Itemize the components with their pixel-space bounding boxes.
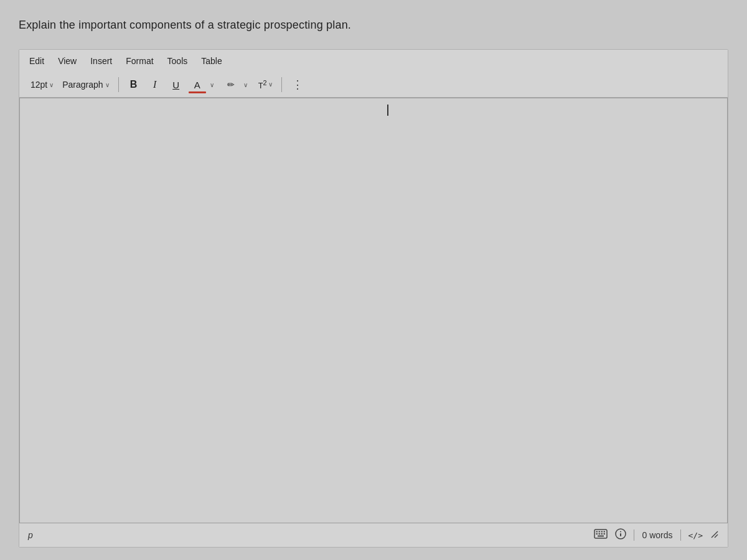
highlight-dropdown[interactable]: ∨ (243, 82, 252, 88)
svg-rect-7 (601, 533, 603, 534)
toolbar: 12pt ∨ Paragraph ∨ B I U A ∨ ✏ ∨ (19, 72, 728, 98)
more-options-icon: ⋮ (292, 78, 304, 91)
italic-button[interactable]: I (146, 76, 164, 93)
svg-rect-8 (604, 533, 606, 534)
paragraph-marker: p (28, 530, 33, 540)
editor-body[interactable] (19, 98, 728, 523)
menu-bar: Edit View Insert Format Tools Table (19, 50, 728, 72)
superscript-button[interactable]: T2 ∨ (256, 78, 275, 91)
pencil-icon: ✏ (227, 80, 235, 90)
resize-icon[interactable] (710, 530, 719, 541)
status-divider (634, 530, 634, 541)
menu-tools[interactable]: Tools (166, 55, 189, 67)
font-size-value: 12pt (31, 80, 47, 90)
menu-table[interactable]: Table (200, 55, 223, 67)
highlight-button[interactable]: ✏ (222, 76, 240, 93)
menu-edit[interactable]: Edit (28, 55, 45, 67)
menu-insert[interactable]: Insert (89, 55, 113, 67)
paragraph-chevron-icon: ∨ (105, 82, 110, 88)
font-color-chevron-icon: ∨ (210, 82, 214, 88)
superscript-label: T2 (258, 79, 267, 90)
font-color-indicator (189, 91, 206, 93)
more-options-button[interactable]: ⋮ (288, 77, 308, 93)
divider-1 (118, 77, 119, 92)
status-bar: p (19, 523, 728, 547)
code-tag-button[interactable]: </> (688, 531, 703, 540)
svg-rect-3 (601, 531, 603, 533)
svg-rect-1 (596, 531, 598, 533)
svg-rect-12 (620, 533, 621, 536)
menu-view[interactable]: View (57, 55, 78, 67)
accessibility-icon[interactable] (615, 528, 626, 542)
paragraph-style-select[interactable]: Paragraph ∨ (60, 78, 111, 91)
question-text: Explain the important components of a st… (19, 19, 728, 32)
keyboard-icon[interactable] (594, 529, 608, 541)
bold-button[interactable]: B (125, 76, 143, 93)
editor-container: Edit View Insert Format Tools Table 12pt… (19, 49, 728, 548)
text-cursor (387, 105, 388, 116)
svg-point-11 (620, 531, 621, 533)
paragraph-style-value: Paragraph (62, 80, 103, 90)
divider-2 (281, 77, 282, 92)
svg-rect-5 (596, 533, 598, 534)
font-size-select[interactable]: 12pt ∨ (28, 78, 56, 91)
svg-rect-6 (599, 533, 601, 534)
svg-rect-4 (604, 531, 606, 533)
svg-rect-2 (599, 531, 601, 533)
font-color-label: A (194, 80, 200, 90)
highlight-chevron-icon: ∨ (243, 82, 248, 88)
font-size-chevron-icon: ∨ (49, 82, 54, 88)
menu-format[interactable]: Format (125, 55, 154, 67)
status-divider-2 (680, 530, 681, 541)
underline-button[interactable]: U (167, 76, 185, 93)
font-color-button[interactable]: A (189, 76, 206, 93)
font-color-dropdown[interactable]: ∨ (210, 82, 218, 88)
status-right: 0 words </> (594, 528, 719, 542)
word-count: 0 words (642, 530, 672, 540)
svg-rect-9 (598, 536, 604, 537)
superscript-chevron-icon: ∨ (268, 81, 273, 88)
